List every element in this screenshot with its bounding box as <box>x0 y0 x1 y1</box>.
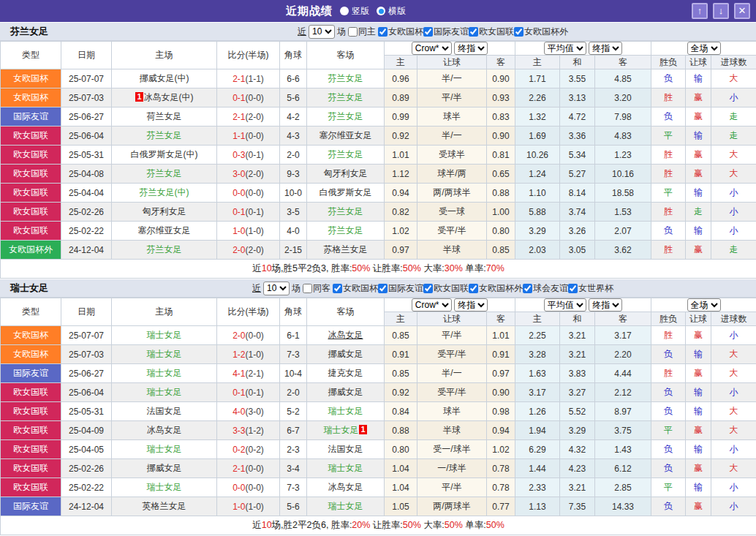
avg-odds-home: 1.69 <box>515 127 560 146</box>
final-odds-select-2[interactable]: 终指 <box>589 42 622 55</box>
team-link[interactable]: 荷兰女足 <box>147 111 182 121</box>
filter-checkbox-input[interactable] <box>423 284 433 293</box>
same-venue-checkbox[interactable]: 同客 <box>303 282 330 295</box>
filter-checkbox[interactable]: 欧女国联 <box>423 282 469 295</box>
filter-checkbox[interactable]: 女欧国杯 <box>333 282 378 295</box>
focus-team-link[interactable]: 瑞士女足 <box>328 501 363 511</box>
filter-checkbox-input[interactable] <box>469 284 478 293</box>
filter-checkbox-input[interactable] <box>378 284 388 293</box>
filter-checkbox[interactable]: 女欧国杯外 <box>469 282 523 295</box>
layout-radio-vertical[interactable]: 竖版 <box>340 5 369 18</box>
filter-label: 女欧国杯 <box>343 282 378 295</box>
score-cell: 0-0(0-0) <box>217 184 280 203</box>
focus-team-link[interactable]: 芬兰女足 <box>328 225 363 235</box>
filter-checkbox-input[interactable] <box>469 27 478 37</box>
match-count-select[interactable]: 10 <box>309 25 335 39</box>
focus-team-link[interactable]: 瑞士女足 <box>147 368 182 378</box>
team-link[interactable]: 白俄罗斯女足(中) <box>131 149 198 159</box>
final-odds-select-2[interactable]: 终指 <box>589 298 622 312</box>
scope-select[interactable]: 全场 <box>687 298 721 312</box>
focus-team-link[interactable]: 芬兰女足 <box>328 206 363 216</box>
summary-stat-label: 场,胜5平2负3, 胜率: <box>272 263 352 273</box>
average-select[interactable]: 平均值 <box>544 298 586 312</box>
handicap-result: 赢 <box>686 88 711 107</box>
focus-team-link[interactable]: 瑞士女足 <box>328 406 363 416</box>
bookmaker-select[interactable]: Crow* <box>412 42 452 55</box>
scope-select[interactable]: 全场 <box>687 42 721 55</box>
focus-team-link[interactable]: 芬兰女足 <box>147 168 182 178</box>
team-link[interactable]: 冰岛女足 <box>328 482 363 492</box>
team-cell: 苏格兰女足 <box>307 241 385 260</box>
match-row: 欧女国联25-02-22塞尔维亚女足1-0(1-0)4-0芬兰女足1.02受平/… <box>1 222 756 241</box>
focus-team-link[interactable]: 瑞士女足 <box>147 444 182 454</box>
same-venue-checkbox-input[interactable] <box>303 284 312 293</box>
team-link[interactable]: 匈牙利女足 <box>324 168 368 178</box>
focus-team-link[interactable]: 芬兰女足 <box>147 130 182 140</box>
radio-button-selected-icon[interactable] <box>377 7 385 15</box>
filter-checkbox[interactable]: 女欧国杯外 <box>514 26 568 38</box>
team-link[interactable]: 匈牙利女足 <box>143 206 186 216</box>
layout-radio-horizontal[interactable]: 横版 <box>377 5 406 18</box>
focus-team-link[interactable]: 瑞士女足 <box>147 349 182 359</box>
team-link[interactable]: 法国女足 <box>147 406 182 416</box>
same-venue-checkbox[interactable]: 同主 <box>348 26 376 38</box>
focus-team-link[interactable]: 瑞士女足 <box>147 330 182 340</box>
focus-team-link[interactable]: 芬兰女足 <box>328 111 363 121</box>
focus-team-link[interactable]: 芬兰女足 <box>147 244 182 254</box>
odds-away: 0.85 <box>487 241 515 260</box>
team-link[interactable]: 挪威女足 <box>147 463 182 473</box>
competition-badge: 欧女国联 <box>1 222 61 241</box>
focus-team-link[interactable]: 瑞士女足 <box>323 425 358 435</box>
near-link[interactable]: 近 <box>252 282 261 295</box>
same-venue-checkbox-input[interactable] <box>348 27 358 37</box>
filter-checkbox[interactable]: 球会友谊 <box>523 282 568 295</box>
focus-team-link[interactable]: 瑞士女足 <box>147 482 182 492</box>
filter-checkbox[interactable]: 女世界杯 <box>568 282 613 295</box>
filter-checkbox-input[interactable] <box>568 284 578 293</box>
final-odds-select[interactable]: 终指 <box>454 298 488 312</box>
winloss-result: 平 <box>651 478 686 497</box>
focus-team-link[interactable]: 芬兰女足 <box>328 149 363 159</box>
close-button[interactable]: ✕ <box>734 3 750 19</box>
team-link[interactable]: 塞尔维亚女足 <box>320 130 372 140</box>
filter-checkbox-input[interactable] <box>423 27 433 37</box>
filter-checkbox-input[interactable] <box>378 27 388 37</box>
team-link[interactable]: 冰岛女足 <box>147 425 182 435</box>
team-link[interactable]: 英格兰女足 <box>143 501 186 511</box>
filter-checkbox[interactable]: 女欧国杯 <box>378 26 423 38</box>
scroll-up-button[interactable]: ↑ <box>692 3 708 19</box>
focus-team-link[interactable]: 瑞士女足 <box>147 387 182 397</box>
team-link[interactable]: 挪威女足 <box>328 349 363 359</box>
team-link[interactable]: 法国女足 <box>328 444 363 454</box>
match-date: 25-02-26 <box>61 459 112 478</box>
team-link[interactable]: 冰岛女足(中) <box>144 92 194 102</box>
focus-team-link[interactable]: 芬兰女足(中) <box>140 187 189 197</box>
team-link[interactable]: 白俄罗斯女足 <box>320 187 372 197</box>
radio-button-icon[interactable] <box>340 7 349 15</box>
team-link[interactable]: 冰岛女足 <box>328 330 363 340</box>
filter-checkbox-input[interactable] <box>514 27 523 37</box>
team-link[interactable]: 挪威女足(中) <box>140 73 189 83</box>
average-select[interactable]: 平均值 <box>544 42 586 55</box>
team-link[interactable]: 捷克女足 <box>328 368 363 378</box>
scroll-down-button[interactable]: ↓ <box>713 3 729 19</box>
team-link[interactable]: 挪威女足 <box>328 387 363 397</box>
final-odds-select[interactable]: 终指 <box>454 42 488 55</box>
filter-checkbox-input[interactable] <box>523 284 532 293</box>
team-cell: 芬兰女足 <box>307 69 385 88</box>
focus-team-link[interactable]: 芬兰女足 <box>328 92 363 102</box>
focus-team-link[interactable]: 芬兰女足 <box>328 73 363 83</box>
filter-checkbox[interactable]: 欧女国联 <box>469 26 514 38</box>
goals-result: 小 <box>711 184 756 203</box>
team-link[interactable]: 苏格兰女足 <box>324 244 368 254</box>
filter-checkbox[interactable]: 国际友谊 <box>378 282 423 295</box>
competition-badge: 欧女国联 <box>1 459 61 478</box>
bookmaker-select[interactable]: Crow* <box>412 298 452 312</box>
filter-checkbox-input[interactable] <box>333 284 342 293</box>
match-count-select[interactable]: 10 <box>263 282 290 295</box>
summary-text: 近10场,胜5平2负3, 胜率:50% 让胜率:50% 大率:30% 单率:70… <box>1 260 756 279</box>
filter-checkbox[interactable]: 国际友谊 <box>423 26 469 38</box>
team-link[interactable]: 塞尔维亚女足 <box>138 225 191 235</box>
focus-team-link[interactable]: 瑞士女足 <box>328 463 363 473</box>
near-link[interactable]: 近 <box>298 26 306 38</box>
